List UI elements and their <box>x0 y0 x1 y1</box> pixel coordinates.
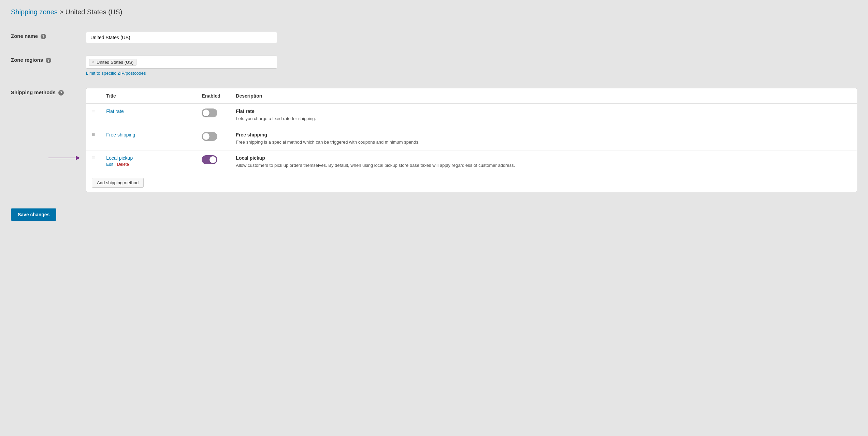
methods-table-body: ≡ Flat rate F <box>86 104 857 174</box>
enabled-cell <box>196 150 230 174</box>
local-pickup-desc-text: Allow customers to pick up orders themse… <box>236 162 851 169</box>
local-pickup-title-link[interactable]: Local pickup <box>106 155 133 161</box>
desc-cell: Local pickup Allow customers to pick up … <box>230 150 857 174</box>
drag-cell: ≡ <box>86 127 101 150</box>
col-desc-header: Description <box>230 88 857 104</box>
flat-rate-desc-text: Lets you charge a fixed rate for shippin… <box>236 115 851 122</box>
desc-cell: Free shipping Free shipping is a special… <box>230 127 857 150</box>
drag-handle-icon[interactable]: ≡ <box>92 108 95 114</box>
shipping-methods-label: Shipping methods <box>11 89 56 95</box>
enabled-cell <box>196 104 230 127</box>
action-separator: | <box>115 162 116 167</box>
free-shipping-thumb <box>203 133 209 140</box>
table-row: ≡ Local pickup Edit | Delete <box>86 150 857 174</box>
col-title-header: Title <box>101 88 196 104</box>
arrow-annotation <box>48 156 80 160</box>
zone-regions-label: Zone regions <box>11 57 43 63</box>
drag-cell: ≡ <box>86 150 101 174</box>
zip-limit-link[interactable]: Limit to specific ZIP/postcodes <box>86 71 146 76</box>
arrow-tip <box>76 156 80 160</box>
zone-name-help-icon[interactable]: ? <box>41 34 46 39</box>
local-pickup-toggle[interactable] <box>202 155 217 164</box>
breadcrumb-separator: > <box>59 8 63 16</box>
flat-rate-toggle[interactable] <box>202 108 217 117</box>
methods-table-header: Title Enabled Description <box>86 88 857 104</box>
zone-regions-input[interactable]: × United States (US) <box>86 56 277 69</box>
flat-rate-title-link[interactable]: Flat rate <box>106 108 124 114</box>
table-row: ≡ Flat rate F <box>86 104 857 127</box>
shipping-methods-section: Shipping methods ? Title Enabled Descrip… <box>11 82 857 200</box>
zone-regions-help-icon[interactable]: ? <box>46 58 51 63</box>
local-pickup-actions: Edit | Delete <box>106 162 191 167</box>
free-shipping-toggle[interactable] <box>202 132 217 141</box>
flat-rate-desc-title: Flat rate <box>236 108 851 114</box>
breadcrumb: Shipping zones > United States (US) <box>11 8 857 16</box>
local-pickup-edit-link[interactable]: Edit <box>106 162 113 167</box>
methods-table: Title Enabled Description ≡ Flat rate <box>86 88 857 174</box>
drag-handle-icon[interactable]: ≡ <box>92 155 95 161</box>
drag-handle-icon[interactable]: ≡ <box>92 132 95 137</box>
enabled-cell <box>196 127 230 150</box>
region-tag-remove[interactable]: × <box>92 60 95 64</box>
table-row: ≡ Free shipping <box>86 127 857 150</box>
free-shipping-title-link[interactable]: Free shipping <box>106 132 135 137</box>
zone-name-field-cell <box>86 32 857 43</box>
zone-regions-row: Zone regions ? × United States (US) Limi… <box>11 49 857 82</box>
title-cell: Free shipping <box>101 127 196 150</box>
region-tag: × United States (US) <box>89 59 136 66</box>
add-shipping-method-button[interactable]: Add shipping method <box>92 178 144 188</box>
arrow-shaft <box>48 158 76 158</box>
free-shipping-desc-title: Free shipping <box>236 132 851 137</box>
region-tag-text: United States (US) <box>97 60 133 65</box>
title-cell: Local pickup Edit | Delete <box>101 150 196 174</box>
add-method-wrapper: Add shipping method <box>86 174 857 192</box>
col-enabled-header: Enabled <box>196 88 230 104</box>
shipping-methods-help-icon[interactable]: ? <box>58 90 64 96</box>
zone-name-input[interactable] <box>86 32 277 43</box>
desc-cell: Flat rate Lets you charge a fixed rate f… <box>230 104 857 127</box>
zone-regions-label-cell: Zone regions ? <box>11 56 86 63</box>
title-cell: Flat rate <box>101 104 196 127</box>
local-pickup-desc-title: Local pickup <box>236 155 851 161</box>
breadcrumb-current: United States (US) <box>66 8 122 16</box>
methods-table-wrapper: Title Enabled Description ≡ Flat rate <box>86 88 857 192</box>
zone-regions-field-cell: × United States (US) Limit to specific Z… <box>86 56 857 76</box>
breadcrumb-link[interactable]: Shipping zones <box>11 8 58 16</box>
drag-cell: ≡ <box>86 104 101 127</box>
save-changes-button[interactable]: Save changes <box>11 208 56 221</box>
methods-outer: Title Enabled Description ≡ Flat rate <box>86 88 857 192</box>
zone-name-label: Zone name <box>11 33 38 39</box>
local-pickup-delete-link[interactable]: Delete <box>117 162 129 167</box>
shipping-methods-label-cell: Shipping methods ? <box>11 88 86 96</box>
col-drag-header <box>86 88 101 104</box>
free-shipping-desc-text: Free shipping is a special method which … <box>236 139 851 146</box>
zone-name-row: Zone name ? <box>11 26 857 49</box>
zone-name-label-cell: Zone name ? <box>11 32 86 39</box>
